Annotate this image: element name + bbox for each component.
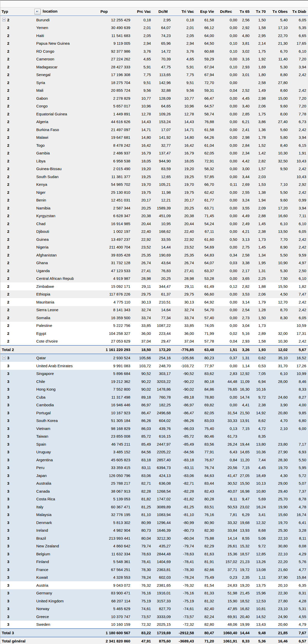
- cell-tx_diab[interactable]: 6,57: [290, 637, 308, 644]
- cell-esp_vie[interactable]: 58,32: [196, 165, 216, 173]
- cell-esp_vie[interactable]: 61,58: [196, 126, 216, 134]
- cell-tri_vac[interactable]: -89,18: [173, 393, 196, 401]
- cell-typ[interactable]: 2: [0, 118, 27, 126]
- cell-dc_m[interactable]: 760,78: [153, 393, 173, 401]
- cell-prc_vac[interactable]: 4,65: [132, 55, 153, 63]
- cell-dc_rec[interactable]: 1061,91: [216, 637, 239, 644]
- cell-dc_rec[interactable]: 157,02: [216, 558, 239, 566]
- cell-location[interactable]: Ethiopia: [27, 290, 74, 298]
- cell-dc_m[interactable]: 1478,86: [153, 385, 173, 393]
- cell-tri_vac[interactable]: -105,66: [173, 354, 196, 362]
- cell-esp_vie[interactable]: 64,07: [196, 259, 216, 267]
- cell-dc_rec[interactable]: 0,00: [216, 220, 239, 228]
- cell-tx_65[interactable]: 3,65: [239, 275, 252, 283]
- cell-dc_rec[interactable]: 0,00: [216, 314, 239, 322]
- cell-location[interactable]: Equatorial Guinea: [27, 110, 74, 118]
- cell-dc_rec[interactable]: 40,07: [216, 487, 239, 495]
- column-header-tx-70[interactable]: Tx 70: [252, 7, 268, 16]
- cell-tx_70[interactable]: 9,72: [252, 393, 268, 401]
- cell-tx_diab[interactable]: 4,97: [290, 259, 308, 267]
- cell-tri_vac[interactable]: 4,65: [173, 55, 196, 63]
- cell-esp_vie[interactable]: 64,83: [196, 251, 216, 259]
- cell-dc_m[interactable]: 210,51: [153, 298, 173, 306]
- cell-prc_vac[interactable]: 20,25: [132, 204, 153, 212]
- cell-tx_diab[interactable]: 8,31: [290, 589, 308, 597]
- cell-dc_rec[interactable]: 0,00: [216, 165, 239, 173]
- cell-tx_diab[interactable]: 1,82: [290, 282, 308, 290]
- cell-tx_65[interactable]: 8,33: [239, 637, 252, 644]
- cell-prc_vac[interactable]: 105,66: [132, 354, 153, 362]
- cell-tx_70[interactable]: 2,09: [252, 204, 268, 212]
- cell-esp_vie[interactable]: 72,91: [196, 157, 216, 165]
- cell-tx_70[interactable]: 13,75: [252, 581, 268, 589]
- cell-dc_rec[interactable]: 8,11: [216, 495, 239, 503]
- cell-prc_vac[interactable]: 80,99: [132, 519, 153, 527]
- cell-dc_rec[interactable]: 14,14: [216, 534, 239, 542]
- cell-tx_diab[interactable]: 6,73: [290, 118, 308, 126]
- cell-dc_rec[interactable]: 0,10: [216, 40, 239, 48]
- cell-pop[interactable]: 4 982 904: [74, 527, 132, 535]
- cell-tx_65[interactable]: 1,14: [239, 362, 252, 370]
- cell-typ[interactable]: 2: [0, 235, 27, 243]
- cell-tx_65[interactable]: 2,49: [239, 220, 252, 228]
- column-header-esp-vie[interactable]: Esp Vie: [196, 7, 216, 16]
- cell-esp_vie[interactable]: 82,05: [196, 409, 216, 417]
- cell-esp_vie[interactable]: 77,97: [196, 362, 216, 370]
- cell-tx_obes[interactable]: 5,30: [268, 63, 290, 71]
- cell-pop[interactable]: 39 835 428: [74, 251, 132, 259]
- cell-prc_vac[interactable]: 19,25: [132, 173, 153, 181]
- cell-dc_m[interactable]: 1719,69: [153, 629, 173, 637]
- cell-pop[interactable]: 13 497 237: [74, 235, 132, 243]
- cell-tx_70[interactable]: 1,34: [252, 251, 268, 259]
- cell-dc_m[interactable]: 61,37: [153, 290, 173, 298]
- cell-tx_70[interactable]: 6,94: [252, 378, 268, 385]
- cell-esp_vie[interactable]: 80,23: [196, 354, 216, 362]
- cell-dc_m[interactable]: 182,25: [153, 401, 173, 409]
- cell-esp_vie[interactable]: 63,37: [196, 267, 216, 275]
- cell-tx_diab[interactable]: 8,08: [290, 542, 308, 550]
- cell-tri_vac[interactable]: 16,42: [173, 141, 196, 149]
- cell-tx_obes[interactable]: [268, 173, 290, 181]
- cell-location[interactable]: Cameroon: [27, 55, 74, 63]
- cell-typ[interactable]: 2: [0, 322, 27, 330]
- cell-typ[interactable]: 2: [0, 282, 27, 290]
- cell-tri_vac[interactable]: -90,02: [173, 385, 196, 393]
- cell-tx_diab[interactable]: 6,05: [290, 314, 308, 322]
- cell-tx_obes[interactable]: 10,90: [268, 259, 290, 267]
- cell-esp_vie[interactable]: 80,46: [196, 433, 216, 440]
- cell-dc_rec[interactable]: 0,00: [216, 401, 239, 409]
- cell-tx_diab[interactable]: 16,52: [290, 354, 308, 362]
- cell-tx_70[interactable]: 8,35: [252, 433, 268, 440]
- cell-tx_diab[interactable]: 6,10: [290, 275, 308, 283]
- cell-tx_65[interactable]: 3,16: [239, 55, 252, 63]
- cell-tx_65[interactable]: 19,20: [239, 581, 252, 589]
- cell-dc_m[interactable]: 47,75: [153, 63, 173, 71]
- cell-location[interactable]: Chad: [27, 220, 74, 228]
- cell-pop[interactable]: 4 775 110: [74, 298, 132, 306]
- cell-location[interactable]: Togo: [27, 141, 74, 149]
- cell-location[interactable]: Hong Kong: [27, 385, 74, 393]
- cell-pop[interactable]: 3 485 152: [74, 448, 132, 456]
- cell-typ[interactable]: 3: [0, 433, 27, 440]
- cell-pop[interactable]: 98 168 829: [74, 425, 132, 433]
- cell-tx_obes[interactable]: 9,60: [268, 102, 290, 110]
- cell-pop[interactable]: 5 548 361: [74, 558, 132, 566]
- cell-dc_m[interactable]: 1087,22: [153, 322, 173, 330]
- cell-tx_obes[interactable]: 21,60: [268, 566, 290, 574]
- cell-prc_vac[interactable]: 12,78: [132, 110, 153, 118]
- cell-tx_65[interactable]: 16,98: [239, 487, 252, 495]
- cell-dc_rec[interactable]: 0,00: [216, 196, 239, 204]
- cell-tx_65[interactable]: 16,82: [239, 605, 252, 613]
- cell-tx_70[interactable]: 5,36: [252, 637, 268, 644]
- cell-tx_diab[interactable]: 6,05: [290, 228, 308, 236]
- sort-filter-icon[interactable]: ▾↑: [34, 9, 41, 14]
- cell-location[interactable]: Portugal: [27, 409, 74, 417]
- cell-location[interactable]: Canada: [27, 487, 74, 495]
- cell-tri_vac[interactable]: -84,56: [173, 448, 196, 456]
- cell-location[interactable]: Benin: [27, 196, 74, 204]
- cell-typ[interactable]: 3: [0, 440, 27, 448]
- cell-typ[interactable]: 2: [0, 40, 27, 48]
- cell-tri_vac[interactable]: 9,56: [173, 87, 196, 95]
- cell-pop[interactable]: 117 876 226: [74, 290, 132, 298]
- cell-dc_rec[interactable]: 61,73: [216, 433, 239, 440]
